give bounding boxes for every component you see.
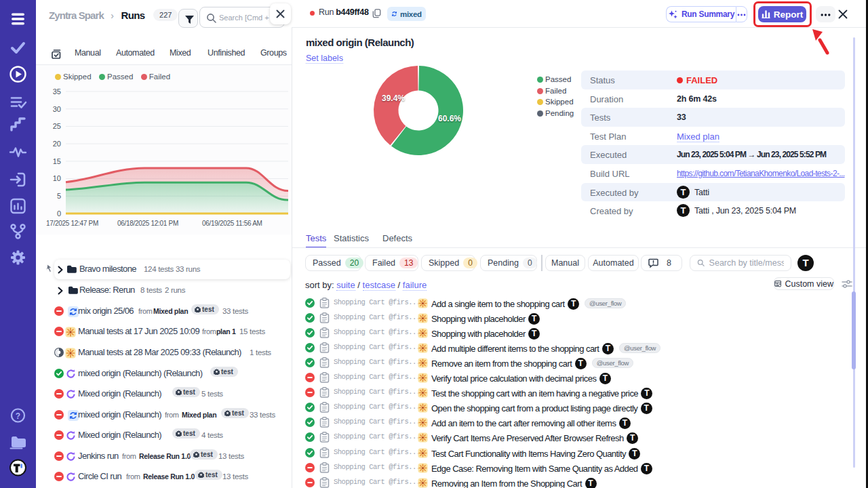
svg-text:60.6%: 60.6%: [438, 114, 461, 123]
svg-text:39.4%: 39.4%: [382, 94, 405, 103]
